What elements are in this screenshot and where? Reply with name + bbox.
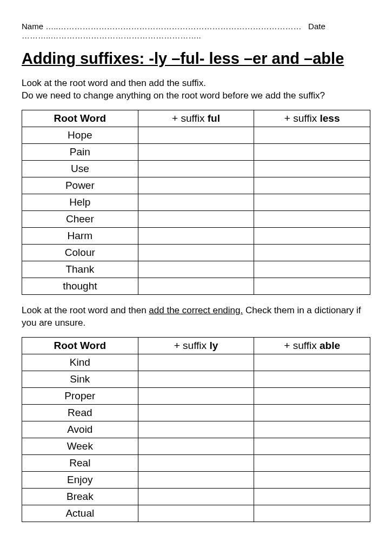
table-row: Sink bbox=[22, 371, 370, 387]
answer-cell[interactable] bbox=[254, 261, 370, 278]
answer-cell[interactable] bbox=[138, 261, 254, 278]
table-row: thought bbox=[22, 278, 370, 294]
table-row: Read bbox=[22, 404, 370, 421]
answer-cell[interactable] bbox=[138, 421, 254, 438]
instr1-line2: Do we need to change anything on the roo… bbox=[22, 90, 325, 101]
root-word-cell: Harm bbox=[22, 227, 138, 244]
root-word-cell: Sink bbox=[22, 371, 138, 387]
table-row: Pain bbox=[22, 143, 370, 160]
name-dots: …..……………………………………………………………………………… bbox=[45, 22, 301, 31]
root-word-cell: Proper bbox=[22, 387, 138, 404]
instruction-2: Look at the root word and then add the c… bbox=[22, 305, 370, 329]
answer-cell[interactable] bbox=[254, 371, 370, 387]
table-row: Thank bbox=[22, 261, 370, 278]
header-suffix-ful: + suffix ful bbox=[138, 110, 254, 127]
name-date-line: Name …..……………………………………………………………………………… D… bbox=[22, 22, 370, 40]
page-title: Adding suffixes: -ly –ful- less –er and … bbox=[22, 50, 370, 68]
table-row: Cheer bbox=[22, 210, 370, 227]
root-word-cell: Avoid bbox=[22, 421, 138, 438]
instr2-pre: Look at the root word and then bbox=[22, 305, 149, 315]
date-label: Date bbox=[308, 22, 325, 31]
answer-cell[interactable] bbox=[254, 387, 370, 404]
table-row: Proper bbox=[22, 387, 370, 404]
answer-cell[interactable] bbox=[138, 505, 254, 522]
answer-cell[interactable] bbox=[254, 210, 370, 227]
table-header-row: Root Word + suffix ly + suffix able bbox=[22, 337, 370, 354]
table-row: Actual bbox=[22, 505, 370, 522]
table-row: Harm bbox=[22, 227, 370, 244]
answer-cell[interactable] bbox=[254, 404, 370, 421]
answer-cell[interactable] bbox=[254, 454, 370, 471]
answer-cell[interactable] bbox=[254, 177, 370, 194]
root-word-cell: Week bbox=[22, 438, 138, 454]
answer-cell[interactable] bbox=[138, 354, 254, 371]
answer-cell[interactable] bbox=[138, 387, 254, 404]
table-row: Week bbox=[22, 438, 370, 454]
answer-cell[interactable] bbox=[254, 488, 370, 505]
answer-cell[interactable] bbox=[138, 227, 254, 244]
answer-cell[interactable] bbox=[254, 438, 370, 454]
answer-cell[interactable] bbox=[138, 404, 254, 421]
root-word-cell: Thank bbox=[22, 261, 138, 278]
root-word-cell: Power bbox=[22, 177, 138, 194]
name-label: Name bbox=[22, 22, 43, 31]
answer-cell[interactable] bbox=[138, 278, 254, 294]
answer-cell[interactable] bbox=[254, 421, 370, 438]
table-row: Colour bbox=[22, 244, 370, 261]
answer-cell[interactable] bbox=[138, 127, 254, 143]
answer-cell[interactable] bbox=[254, 194, 370, 210]
header-root-word: Root Word bbox=[22, 110, 138, 127]
root-word-cell: Read bbox=[22, 404, 138, 421]
table-row: Real bbox=[22, 454, 370, 471]
header-suffix-able: + suffix able bbox=[254, 337, 370, 354]
answer-cell[interactable] bbox=[254, 354, 370, 371]
instruction-1: Look at the root word and then add the s… bbox=[22, 77, 370, 102]
root-word-cell: Break bbox=[22, 488, 138, 505]
answer-cell[interactable] bbox=[254, 143, 370, 160]
answer-cell[interactable] bbox=[138, 438, 254, 454]
answer-cell[interactable] bbox=[138, 244, 254, 261]
answer-cell[interactable] bbox=[138, 194, 254, 210]
table-row: Help bbox=[22, 194, 370, 210]
answer-cell[interactable] bbox=[138, 471, 254, 488]
instr2-underline: add the correct ending. bbox=[149, 305, 243, 315]
table-row: Kind bbox=[22, 354, 370, 371]
root-word-cell: Actual bbox=[22, 505, 138, 522]
answer-cell[interactable] bbox=[254, 227, 370, 244]
header-root-word: Root Word bbox=[22, 337, 138, 354]
table-row: Break bbox=[22, 488, 370, 505]
answer-cell[interactable] bbox=[254, 505, 370, 522]
header-suffix-ly: + suffix ly bbox=[138, 337, 254, 354]
root-word-cell: Help bbox=[22, 194, 138, 210]
date-dots: ………..……………………………………………….. bbox=[22, 31, 201, 40]
root-word-cell: Use bbox=[22, 160, 138, 177]
answer-cell[interactable] bbox=[138, 488, 254, 505]
table-ly-able: Root Word + suffix ly + suffix able Kind… bbox=[22, 337, 370, 522]
table-row: Use bbox=[22, 160, 370, 177]
root-word-cell: Kind bbox=[22, 354, 138, 371]
header-suffix-less: + suffix less bbox=[254, 110, 370, 127]
root-word-cell: Hope bbox=[22, 127, 138, 143]
root-word-cell: Real bbox=[22, 454, 138, 471]
table-row: Power bbox=[22, 177, 370, 194]
answer-cell[interactable] bbox=[138, 371, 254, 387]
answer-cell[interactable] bbox=[254, 244, 370, 261]
table-ful-less: Root Word + suffix ful + suffix less Hop… bbox=[22, 110, 370, 295]
table-row: Hope bbox=[22, 127, 370, 143]
answer-cell[interactable] bbox=[254, 471, 370, 488]
table-row: Enjoy bbox=[22, 471, 370, 488]
table-row: Avoid bbox=[22, 421, 370, 438]
answer-cell[interactable] bbox=[138, 177, 254, 194]
answer-cell[interactable] bbox=[254, 127, 370, 143]
answer-cell[interactable] bbox=[138, 143, 254, 160]
answer-cell[interactable] bbox=[138, 454, 254, 471]
root-word-cell: thought bbox=[22, 278, 138, 294]
answer-cell[interactable] bbox=[138, 160, 254, 177]
answer-cell[interactable] bbox=[138, 210, 254, 227]
root-word-cell: Cheer bbox=[22, 210, 138, 227]
root-word-cell: Enjoy bbox=[22, 471, 138, 488]
answer-cell[interactable] bbox=[254, 160, 370, 177]
instr1-line1: Look at the root word and then add the s… bbox=[22, 78, 206, 88]
root-word-cell: Colour bbox=[22, 244, 138, 261]
answer-cell[interactable] bbox=[254, 278, 370, 294]
